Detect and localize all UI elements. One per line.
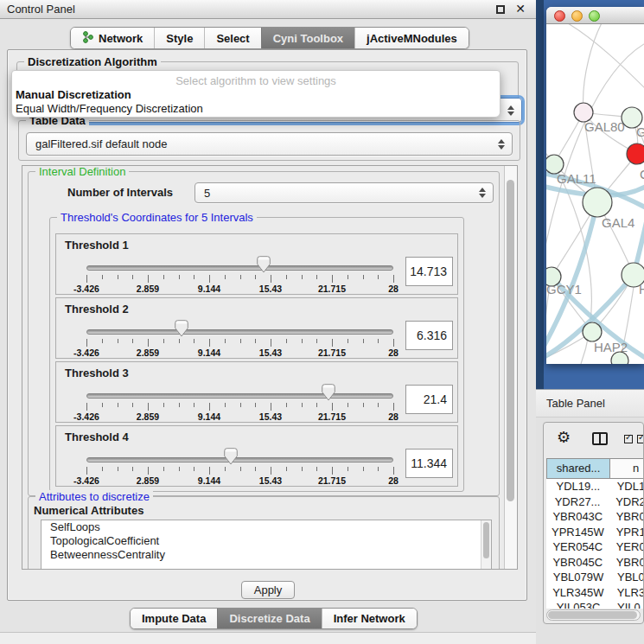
- slider-track[interactable]: [86, 329, 393, 335]
- tab-jactivemnodules[interactable]: jActiveMNodules: [354, 28, 469, 48]
- tick-mark: [86, 275, 87, 283]
- network-node-GAL4[interactable]: [583, 188, 612, 217]
- float-window-icon[interactable]: [496, 5, 505, 14]
- table-cell[interactable]: YLR3: [610, 585, 644, 601]
- table-cell[interactable]: YDR2: [609, 494, 644, 510]
- bottom-fill: [0, 633, 536, 644]
- combo-stepper-icon: [498, 139, 505, 150]
- tick-mark: [240, 339, 241, 343]
- tab-style[interactable]: Style: [154, 28, 204, 48]
- threshold-slider[interactable]: -3.4262.8599.14415.4321.71528: [86, 234, 393, 294]
- table-cell[interactable]: YBL079W: [546, 570, 610, 585]
- slider-thumb-icon[interactable]: [175, 320, 189, 337]
- table-cell[interactable]: YER0: [609, 539, 644, 555]
- threshold-slider[interactable]: -3.4262.8599.14415.4321.71528: [86, 298, 393, 358]
- apply-button[interactable]: Apply: [241, 581, 295, 599]
- split-columns-icon[interactable]: [592, 432, 608, 445]
- table-row[interactable]: YIL053CYIL0: [546, 600, 644, 609]
- network-node-HAP2[interactable]: [583, 322, 602, 341]
- slider-track[interactable]: [86, 393, 393, 399]
- close-icon[interactable]: ✕: [515, 2, 526, 16]
- tab-infer-network[interactable]: Infer Network: [322, 609, 417, 628]
- table-row[interactable]: YER054CYER0: [546, 539, 644, 555]
- threshold-slider[interactable]: -3.4262.8599.14415.4321.71528: [86, 362, 393, 422]
- list-item[interactable]: TopologicalCoefficient: [41, 534, 491, 548]
- column-header-name[interactable]: n: [610, 458, 644, 479]
- tick-mark: [118, 275, 118, 279]
- gear-icon[interactable]: ⚙: [557, 428, 571, 447]
- threshold-value-field[interactable]: 14.713: [405, 257, 453, 286]
- network-node-C[interactable]: [627, 143, 644, 164]
- tab-discretize-data[interactable]: Discretize Data: [217, 609, 321, 628]
- table-cell[interactable]: YDL1: [610, 479, 644, 494]
- table-cell[interactable]: YDL19...: [546, 479, 610, 494]
- slider-thumb-icon[interactable]: [322, 384, 336, 401]
- settings-vertical-scrollbar[interactable]: [504, 166, 517, 569]
- network-node-label: GCY1: [546, 282, 582, 296]
- table-cell[interactable]: YBR045C: [546, 555, 609, 571]
- tick-mark: [194, 403, 194, 407]
- threshold-value-field[interactable]: 6.316: [405, 321, 453, 350]
- checkbox-icon[interactable]: [624, 435, 633, 443]
- network-node-unlabeled[interactable]: [611, 352, 628, 364]
- threshold-slider[interactable]: -3.4262.8599.14415.4321.71528: [86, 426, 393, 486]
- checkbox-icon[interactable]: [637, 435, 644, 443]
- popup-option-manual-discretization[interactable]: Manual Discretization: [16, 88, 131, 101]
- tick-mark: [363, 467, 364, 471]
- table-cell[interactable]: YBR0: [609, 555, 644, 571]
- table-row[interactable]: YLR345WYLR3: [546, 585, 644, 601]
- tab-network[interactable]: Network: [71, 28, 154, 48]
- slider-track[interactable]: [86, 457, 393, 462]
- table-cell[interactable]: YDR27...: [546, 494, 609, 510]
- list-scrollbar[interactable]: [481, 520, 491, 570]
- network-canvas[interactable]: GAL80GACGAL11GAL4GCY1HHAP2: [546, 24, 644, 364]
- table-cell[interactable]: YER054C: [546, 539, 609, 555]
- table-cell[interactable]: YLR345W: [546, 585, 610, 601]
- tab-label: jActiveMNodules: [367, 32, 457, 45]
- zoom-traffic-light-icon[interactable]: [589, 10, 600, 22]
- number-of-intervals-combo[interactable]: 5: [194, 182, 494, 203]
- table-row[interactable]: YBR043CYBR0: [546, 509, 644, 525]
- table-cell[interactable]: YBL0: [610, 570, 644, 585]
- list-item[interactable]: BetweennessCentrality: [41, 548, 491, 562]
- popup-option-equal-width-frequency[interactable]: Equal Width/Frequency Discretization: [16, 102, 203, 115]
- table-row[interactable]: YDR27...YDR2: [546, 494, 644, 510]
- minimize-traffic-light-icon[interactable]: [571, 10, 583, 22]
- table-row[interactable]: YBR045CYBR0: [546, 555, 644, 571]
- column-header-shared-name[interactable]: shared...: [546, 458, 610, 479]
- network-node-label: H: [639, 282, 644, 296]
- right-region: GAL80GACGAL11GAL4GCY1HHAP2 Table Panel ⚙…: [536, 0, 644, 644]
- table-horizontal-scrollbar[interactable]: [546, 609, 641, 621]
- slider-track[interactable]: [86, 265, 393, 271]
- tab-cyni-toolbox[interactable]: Cyni Toolbox: [261, 28, 354, 48]
- threshold-value-field[interactable]: 11.344: [405, 449, 453, 478]
- tab-impute-data[interactable]: Impute Data: [131, 609, 217, 628]
- table-cell[interactable]: YPR145W: [546, 525, 609, 540]
- table-cell[interactable]: YIL053C: [546, 600, 610, 609]
- tick-mark: [393, 403, 394, 411]
- tick-label: -3.426: [73, 475, 99, 486]
- close-traffic-light-icon[interactable]: [554, 10, 565, 22]
- table-row[interactable]: YDL19...YDL1: [546, 479, 644, 494]
- table-row[interactable]: YBL079WYBL0: [546, 570, 644, 585]
- table-row[interactable]: YPR145WYPR1: [546, 525, 644, 540]
- network-edge[interactable]: [562, 24, 644, 92]
- tick-mark: [332, 275, 333, 283]
- tab-label: Cyni Toolbox: [273, 32, 343, 45]
- tab-select[interactable]: Select: [204, 28, 260, 48]
- node-table-panel: ⚙ shared... n YDL19...YDL1YDR27...YDR2YB…: [543, 422, 644, 624]
- tick-mark: [271, 275, 271, 283]
- table-cell[interactable]: YIL0: [610, 600, 641, 609]
- slider-thumb-icon[interactable]: [256, 256, 271, 273]
- table-cell[interactable]: YBR043C: [546, 509, 609, 525]
- table-cell[interactable]: YBR0: [609, 509, 644, 525]
- list-item[interactable]: SelfLoops: [41, 520, 491, 534]
- tick-label: 28: [388, 411, 399, 422]
- threshold-value-field[interactable]: 21.4: [405, 385, 453, 414]
- tick-label: 21.715: [318, 348, 346, 358]
- tick-label: 15.43: [259, 348, 282, 358]
- table-data-combo[interactable]: galFiltered.sif default node: [26, 132, 513, 156]
- table-cell[interactable]: YPR1: [609, 525, 644, 540]
- tick-mark: [393, 339, 394, 347]
- slider-thumb-icon[interactable]: [223, 448, 238, 465]
